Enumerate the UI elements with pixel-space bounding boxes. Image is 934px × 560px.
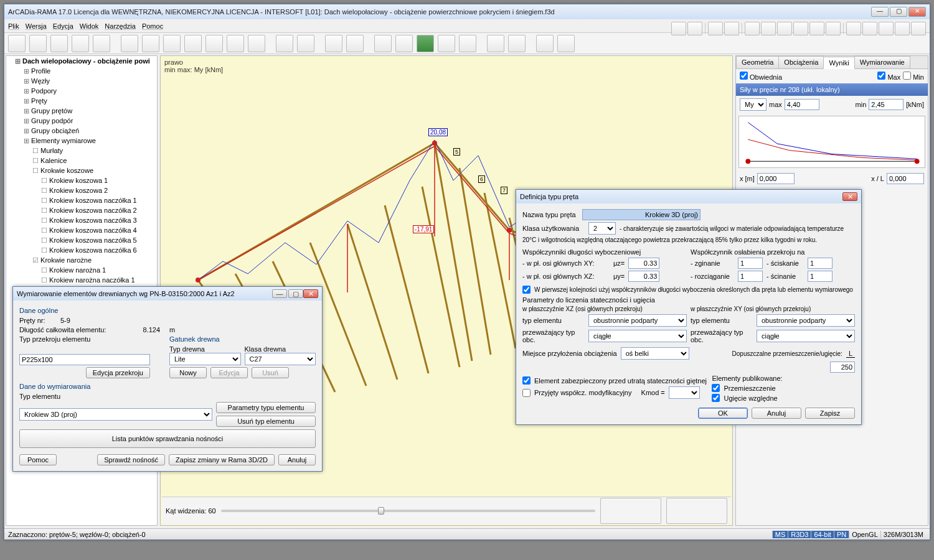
tool-cut[interactable] [205, 35, 223, 52]
max-value[interactable] [785, 99, 819, 110]
icon-btn[interactable] [777, 22, 792, 35]
menu-widok[interactable]: Widok [80, 22, 99, 30]
checkpoints-button[interactable]: Lista punktów sprawdzania nośności [19, 429, 316, 448]
tool-icon[interactable] [142, 35, 159, 52]
tool-icon[interactable] [395, 35, 413, 52]
tens-input[interactable] [738, 271, 763, 282]
save-changes-button[interactable]: Zapisz zmiany w Rama 3D/2D [169, 454, 275, 465]
xz-type-select[interactable]: obustronnie podparty [588, 314, 687, 327]
tool-3d[interactable] [417, 35, 434, 52]
wood-type-select[interactable]: Lite [169, 353, 241, 365]
ok-button[interactable]: OK [698, 408, 748, 419]
nav-right[interactable] [646, 499, 660, 510]
menu-narzedzia[interactable]: Narzędzia [105, 22, 136, 30]
chk-stability[interactable]: Element zabezpieczony przed utratą state… [522, 376, 708, 385]
delete-type-button[interactable]: Usuń typ elementu [216, 416, 316, 427]
icon-btn[interactable] [911, 22, 926, 35]
dialog-titlebar[interactable]: Wymiarowanie elementów drewnianych wg PN… [13, 287, 322, 301]
check-button[interactable]: Sprawdź nośność [97, 454, 165, 465]
nav-down[interactable] [631, 499, 645, 510]
tool-icon[interactable] [325, 35, 342, 52]
view-btn[interactable] [682, 511, 696, 523]
icon-btn[interactable] [724, 22, 739, 35]
tree-item[interactable]: Krokiew koszowa naczółka 1 [41, 195, 157, 205]
view-btn[interactable] [712, 511, 726, 523]
menu-plik[interactable]: Plik [8, 22, 19, 30]
edit-button[interactable]: Edycja [210, 367, 248, 378]
tree-item[interactable]: Krokiew koszowa naczółka 6 [41, 245, 157, 255]
tool-calc[interactable] [487, 35, 504, 52]
tree-item[interactable]: Krokiew narożna naczółka 1 [41, 275, 157, 285]
help-button[interactable]: Pomoc [19, 454, 57, 465]
tool-save[interactable] [50, 35, 68, 52]
tool-redo[interactable] [297, 35, 314, 52]
icon-btn[interactable] [671, 22, 686, 35]
icon-btn[interactable] [846, 22, 861, 35]
view-btn[interactable] [682, 499, 696, 510]
tree-item[interactable]: Kalenice [32, 156, 157, 166]
use-class-select[interactable]: 2 [588, 222, 616, 235]
icon-btn[interactable] [809, 22, 824, 35]
tree-item[interactable]: Krokiew koszowa 1 [41, 175, 157, 185]
mu-y-input[interactable] [628, 271, 659, 282]
save-button[interactable]: Zapisz [805, 408, 855, 419]
tree-item[interactable]: Krokiew koszowa 2 [41, 185, 157, 195]
tool-calc2[interactable] [508, 35, 526, 52]
tree-item[interactable]: Murłaty [32, 146, 157, 156]
xz-load-select[interactable]: ciągłe [588, 330, 687, 342]
min-value[interactable] [869, 99, 903, 110]
icon-btn[interactable] [745, 22, 760, 35]
tree-item[interactable]: Krokwie narożne [32, 255, 157, 265]
tree-item[interactable]: Grupy podpór [24, 116, 157, 126]
dialog-titlebar[interactable]: Definicja typu pręta ✕ [516, 190, 861, 203]
tree-item[interactable]: Pręty [24, 96, 157, 106]
nav-btn[interactable] [646, 511, 660, 523]
nav-btn[interactable] [616, 511, 630, 523]
tree-item[interactable]: Grupy obciążeń [24, 126, 157, 136]
tree-item[interactable]: Profile [24, 66, 157, 76]
tool-icon[interactable] [459, 35, 476, 52]
tool-new[interactable] [8, 35, 26, 52]
cancel-button[interactable]: Anuluj [752, 408, 801, 419]
tool-icon[interactable] [227, 35, 244, 52]
type-name-input[interactable] [582, 209, 700, 220]
maximize-button[interactable]: ▢ [890, 7, 907, 17]
tree-item[interactable]: Krokiew koszowa naczółka 3 [41, 215, 157, 225]
icon-btn[interactable] [862, 22, 877, 35]
delete-button[interactable]: Usuń [252, 367, 289, 378]
dialog-min[interactable]: — [272, 289, 287, 298]
icon-btn[interactable] [687, 22, 702, 35]
tool-open[interactable] [29, 35, 47, 52]
view-btn[interactable] [697, 511, 711, 523]
nav-left[interactable] [601, 499, 615, 510]
load-pos-select[interactable]: oś belki [621, 347, 689, 360]
tree-item[interactable]: Krokiew koszowa naczółka 2 [41, 205, 157, 215]
dialog-max[interactable]: ▢ [288, 289, 303, 298]
chk-deflection[interactable]: Ugięcie względne [712, 394, 855, 402]
tool-copy[interactable] [93, 35, 110, 52]
view-btn[interactable] [667, 499, 681, 510]
force-select[interactable]: My [740, 98, 767, 111]
tab-obciazenia[interactable]: Obciążenia [778, 56, 824, 68]
tab-wyniki[interactable]: Wyniki [823, 57, 854, 69]
nav-btn[interactable] [601, 511, 615, 523]
tool-undo[interactable] [276, 35, 293, 52]
chk-kmod[interactable]: Przyjęty współcz. modyfikacyjny Kmod = [522, 386, 708, 399]
menu-pomoc[interactable]: Pomoc [142, 22, 163, 30]
nav-btn[interactable] [631, 511, 645, 523]
new-button[interactable]: Nowy [169, 367, 207, 378]
menu-edycja[interactable]: Edycja [53, 22, 73, 30]
x-value[interactable] [757, 173, 795, 184]
params-button[interactable]: Parametry typu elementu [216, 402, 316, 413]
minimize-button[interactable]: — [871, 7, 889, 17]
titlebar[interactable]: ArCADia-RAMA 17.0 Licencja dla WEWNĘTRZN… [4, 4, 930, 19]
icon-btn[interactable] [761, 22, 776, 35]
tool-icon[interactable] [374, 35, 392, 52]
view-btn[interactable] [712, 499, 726, 510]
close-button[interactable]: ✕ [908, 7, 926, 17]
chk-obwiednia[interactable]: Obwiednia [740, 72, 782, 81]
cancel-button[interactable]: Anuluj [278, 454, 316, 465]
tool-icon[interactable] [163, 35, 181, 52]
tool-grid[interactable] [438, 35, 455, 52]
tree-item[interactable]: Węzły [24, 76, 157, 86]
